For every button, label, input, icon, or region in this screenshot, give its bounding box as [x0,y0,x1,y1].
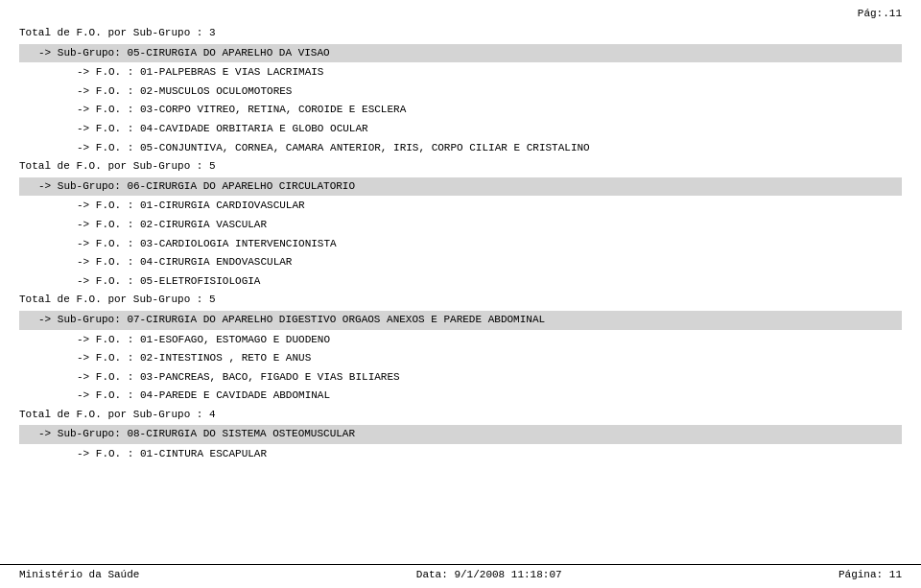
content-line-fo51: -> F.O. : 01-PALPEBRAS E VIAS LACRIMAIS [19,64,902,82]
content-line-subgrupo5: -> Sub-Grupo: 05-CIRURGIA DO APARELHO DA… [19,44,902,63]
content-line-total3: Total de F.O. por Sub-Grupo : 5 [19,292,902,309]
content-line-fo62: -> F.O. : 02-CIRURGIA VASCULAR [19,217,902,234]
content-line-subgrupo8: -> Sub-Grupo: 08-CIRURGIA DO SISTEMA OST… [19,425,902,444]
content-line-fo74: -> F.O. : 04-PAREDE E CAVIDADE ABDOMINAL [19,388,902,405]
content-line-fo63: -> F.O. : 03-CARDIOLOGIA INTERVENCIONIST… [19,236,902,253]
content-line-fo64: -> F.O. : 04-CIRURGIA ENDOVASCULAR [19,254,902,271]
content-line-fo65: -> F.O. : 05-ELETROFISIOLOGIA [19,273,902,291]
content-line-fo81: -> F.O. : 01-CINTURA ESCAPULAR [19,446,902,463]
page-container: Pág:.11 Total de F.O. por Sub-Grupo : 3-… [0,0,921,504]
content-area: Total de F.O. por Sub-Grupo : 3-> Sub-Gr… [19,25,902,463]
page-number: Pág:.11 [19,8,902,19]
content-line-total2: Total de F.O. por Sub-Grupo : 5 [19,158,902,176]
content-line-total1: Total de F.O. por Sub-Grupo : 3 [19,25,902,42]
content-line-fo72: -> F.O. : 02-INTESTINOS , RETO E ANUS [19,350,902,367]
content-line-fo54: -> F.O. : 04-CAVIDADE ORBITARIA E GLOBO … [19,121,902,138]
content-line-subgrupo6: -> Sub-Grupo: 06-CIRURGIA DO APARELHO CI… [19,177,902,197]
content-line-fo55: -> F.O. : 05-CONJUNTIVA, CORNEA, CAMARA … [19,140,902,157]
content-line-subgrupo7: -> Sub-Grupo: 07-CIRURGIA DO APARELHO DI… [19,311,902,330]
footer-ministry: Ministério da Saúde [19,569,139,580]
content-line-fo61: -> F.O. : 01-CIRURGIA CARDIOVASCULAR [19,198,902,215]
content-line-fo53: -> F.O. : 03-CORPO VITREO, RETINA, COROI… [19,102,902,119]
content-line-fo71: -> F.O. : 01-ESOFAGO, ESTOMAGO E DUODENO [19,332,902,349]
footer-page: Página: 11 [838,569,902,580]
footer: Ministério da Saúde Data: 9/1/2008 11:18… [0,564,921,580]
footer-date: Data: 9/1/2008 11:18:07 [416,569,562,580]
content-line-total4: Total de F.O. por Sub-Grupo : 4 [19,407,902,424]
content-line-fo73: -> F.O. : 03-PANCREAS, BACO, FIGADO E VI… [19,369,902,387]
content-line-fo52: -> F.O. : 02-MUSCULOS OCULOMOTORES [19,83,902,101]
